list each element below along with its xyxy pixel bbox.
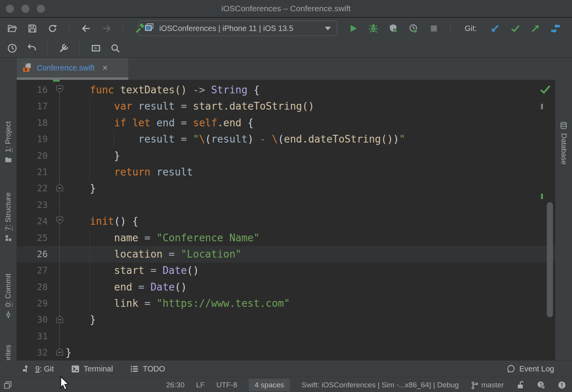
- git-update-button[interactable]: [489, 22, 501, 34]
- line-number[interactable]: 16: [17, 82, 48, 98]
- git-commit-button[interactable]: [509, 22, 521, 34]
- code-text[interactable]: func textDates() -> String { var result …: [65, 82, 405, 360]
- run-info-widget: Swift: iOSConferences | Sim -...x86_64] …: [302, 381, 459, 389]
- inspections-profile-icon[interactable]: ?: [536, 380, 546, 390]
- close-tab-icon[interactable]: ×: [102, 63, 108, 72]
- title-bar: iOSConferences – Conference.swift: [0, 0, 572, 18]
- scrollbar-mark-green: [541, 194, 543, 199]
- line-separator-widget[interactable]: LF: [196, 381, 205, 389]
- local-history-button[interactable]: [6, 42, 18, 54]
- clock-play-icon: [408, 23, 419, 34]
- indent-widget[interactable]: 4 spaces: [249, 379, 290, 391]
- arrow-down-left-blue-icon: [490, 23, 500, 34]
- appcode-window: iOSConferences – Conference.swift iOSCon…: [0, 0, 572, 392]
- code-line: }: [65, 311, 405, 328]
- line-number[interactable]: 17: [17, 98, 48, 114]
- line-number[interactable]: 27: [17, 262, 48, 279]
- event-log-button[interactable]: Event Log: [507, 364, 554, 373]
- profile-button[interactable]: [388, 22, 399, 34]
- toolwindow-button-terminal[interactable]: Terminal: [71, 364, 113, 373]
- fold-marker-line-16[interactable]: [55, 84, 64, 94]
- git-branch-widget[interactable]: master: [470, 381, 504, 389]
- toolwindow-button-commit[interactable]: 0: Commit: [0, 273, 16, 319]
- line-number-gutter[interactable]: 1617181920212223242526272829303132: [17, 82, 48, 360]
- run-button[interactable]: [347, 22, 359, 34]
- tab-conference-swift[interactable]: S Conference.swift ×: [17, 58, 128, 77]
- run-configuration-select[interactable]: iOSConferences | iPhone 11 | iOS 13.5: [138, 21, 337, 36]
- line-number[interactable]: 23: [17, 197, 48, 213]
- save-icon: [27, 23, 38, 34]
- toolwindow-button-label: 1: Project: [4, 121, 12, 152]
- line-number[interactable]: 32: [17, 344, 48, 360]
- line-number[interactable]: 22: [17, 180, 48, 196]
- git-push-button[interactable]: [529, 22, 541, 34]
- git-branch-icon: [470, 381, 479, 389]
- back-button[interactable]: [80, 22, 92, 34]
- line-number[interactable]: 28: [17, 279, 48, 295]
- line-number[interactable]: 26: [17, 246, 48, 262]
- line-number[interactable]: 29: [17, 295, 48, 311]
- arrow-left-icon: [81, 23, 91, 34]
- toolwindow-button-label: Terminal: [84, 364, 113, 373]
- open-folder-icon: [7, 23, 17, 34]
- window-title: iOSConferences – Conference.swift: [221, 4, 351, 13]
- line-number[interactable]: 19: [17, 131, 48, 147]
- tab-label: Conference.swift: [37, 64, 95, 72]
- toolwindow-button-todo[interactable]: TODO: [130, 364, 165, 373]
- lock-open-icon[interactable]: [515, 380, 525, 390]
- code-line: }: [65, 180, 405, 196]
- project-settings-button[interactable]: [58, 42, 69, 54]
- todo-list-icon: [130, 364, 139, 373]
- undo-button[interactable]: [26, 42, 37, 54]
- line-number[interactable]: 18: [17, 115, 48, 131]
- run-with-profiler-button[interactable]: [408, 22, 419, 34]
- right-toolwindow-strip: Database: [555, 58, 572, 360]
- line-number[interactable]: 20: [17, 148, 48, 164]
- encoding-widget[interactable]: UTF-8: [216, 381, 237, 389]
- code-line: func textDates() -> String {: [65, 82, 405, 98]
- error-notification-icon[interactable]: [557, 380, 567, 390]
- terminal-icon: [71, 364, 80, 373]
- code-line: return result: [65, 164, 405, 180]
- stop-button[interactable]: [428, 22, 439, 34]
- close-window-button[interactable]: [6, 5, 14, 13]
- fold-marker-line-22[interactable]: [55, 183, 64, 192]
- code-line: var result = start.dateToString(): [65, 98, 405, 114]
- debug-button[interactable]: [367, 22, 379, 34]
- scrollbar-mark: [541, 104, 543, 109]
- caret-position-widget[interactable]: 26:30: [166, 381, 184, 389]
- code-line: result = "\(result) - \(end.dateToString…: [65, 131, 405, 147]
- forward-button[interactable]: [100, 22, 112, 34]
- fold-marker-line-30[interactable]: [55, 315, 64, 324]
- line-number[interactable]: 30: [17, 311, 48, 328]
- run-play-icon: [348, 23, 358, 34]
- synchronize-button[interactable]: [47, 22, 58, 34]
- editor-scrollbar[interactable]: [547, 202, 553, 317]
- toolwindow-button-git[interactable]: 9: Git: [22, 364, 54, 373]
- run-window-icon: [91, 43, 101, 53]
- line-number[interactable]: 21: [17, 164, 48, 180]
- open-button[interactable]: [6, 22, 18, 34]
- toolwindow-button-database[interactable]: Database: [555, 122, 572, 165]
- code-editor[interactable]: 1617181920212223242526272829303132 func …: [17, 80, 555, 360]
- line-number[interactable]: 31: [17, 328, 48, 344]
- toolwindow-button-project[interactable]: 1: Project: [0, 121, 16, 164]
- git-merge-button[interactable]: [550, 22, 561, 34]
- structure-grid-icon: [4, 234, 12, 242]
- line-number[interactable]: 24: [17, 213, 48, 229]
- save-all-button[interactable]: [26, 22, 38, 34]
- toolwindow-button-structure[interactable]: 7: Structure: [0, 193, 16, 242]
- fold-marker-line-32[interactable]: [55, 347, 64, 356]
- fold-marker-line-24[interactable]: [55, 216, 64, 225]
- git-branch-name: master: [481, 381, 504, 389]
- toggle-toolwindow-bars-button[interactable]: [3, 380, 12, 390]
- left-toolwindow-strip: 1: Project7: Structure0: Commit2: Favori…: [0, 58, 17, 360]
- show-run-window-button[interactable]: [90, 42, 102, 54]
- inspections-ok-check-icon: [539, 84, 551, 96]
- toolwindow-button-label: 0: Commit: [4, 273, 12, 307]
- line-number[interactable]: 25: [17, 230, 48, 246]
- zoom-window-button[interactable]: [37, 5, 45, 13]
- svg-text:S: S: [24, 67, 27, 72]
- minimize-window-button[interactable]: [21, 5, 29, 13]
- search-everywhere-button[interactable]: [109, 42, 121, 54]
